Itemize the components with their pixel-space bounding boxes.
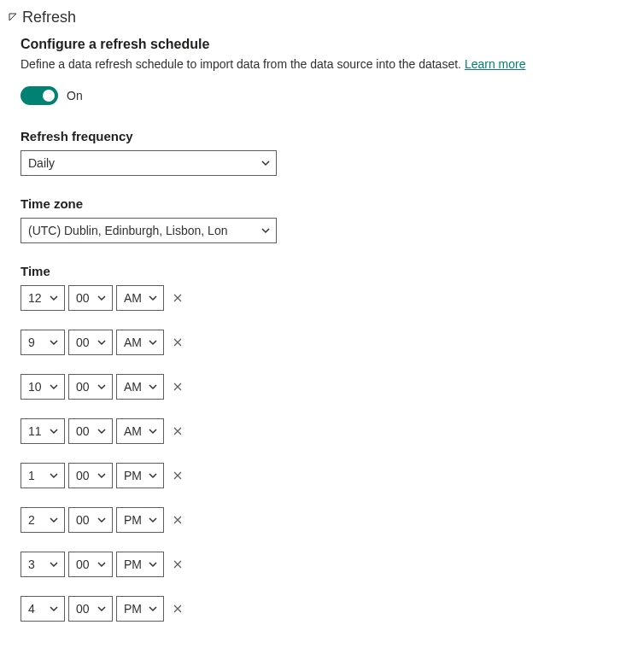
close-icon: [173, 293, 183, 303]
ampm-select[interactable]: PM: [116, 552, 164, 577]
chevron-down-icon: [148, 515, 158, 525]
minute-select[interactable]: 00: [68, 552, 113, 577]
minute-value: 00: [76, 513, 97, 527]
ampm-select[interactable]: AM: [116, 285, 164, 311]
hour-value: 9: [28, 336, 49, 349]
description-text: Define a data refresh schedule to import…: [20, 57, 461, 71]
chevron-down-icon: [49, 515, 59, 525]
refresh-toggle[interactable]: [20, 86, 58, 105]
close-icon: [173, 426, 183, 436]
ampm-value: AM: [124, 336, 148, 349]
hour-select[interactable]: 3: [20, 552, 65, 577]
chevron-down-icon: [148, 604, 158, 614]
minute-select[interactable]: 00: [68, 596, 113, 622]
chevron-down-icon: [49, 337, 59, 347]
collapse-triangle-icon: [9, 13, 19, 23]
minute-select[interactable]: 00: [68, 418, 113, 444]
chevron-down-icon: [49, 604, 59, 614]
remove-time-button[interactable]: [171, 602, 184, 616]
frequency-select[interactable]: Daily: [20, 150, 277, 176]
hour-select[interactable]: 10: [20, 374, 65, 400]
hour-select[interactable]: 2: [20, 507, 65, 533]
remove-time-button[interactable]: [171, 558, 184, 571]
ampm-select[interactable]: AM: [116, 374, 164, 400]
chevron-down-icon: [49, 559, 59, 569]
time-row: 400PM: [20, 596, 635, 622]
hour-select[interactable]: 1: [20, 463, 65, 488]
timezone-value: (UTC) Dublin, Edinburgh, Lisbon, Lon: [28, 224, 261, 237]
ampm-value: PM: [124, 558, 148, 571]
minute-select[interactable]: 00: [68, 374, 113, 400]
ampm-value: AM: [124, 291, 148, 305]
remove-time-button[interactable]: [171, 469, 184, 482]
chevron-down-icon: [49, 470, 59, 481]
close-icon: [173, 604, 183, 614]
ampm-select[interactable]: AM: [116, 418, 164, 444]
timezone-label: Time zone: [20, 196, 635, 211]
close-icon: [173, 559, 183, 569]
toggle-knob: [43, 90, 55, 102]
remove-time-button[interactable]: [171, 424, 184, 438]
chevron-down-icon: [148, 426, 158, 436]
hour-value: 10: [28, 380, 49, 394]
minute-value: 00: [76, 558, 97, 571]
minute-value: 00: [76, 469, 97, 482]
chevron-down-icon: [97, 426, 107, 436]
ampm-value: PM: [124, 602, 148, 616]
chevron-down-icon: [148, 337, 158, 347]
hour-select[interactable]: 12: [20, 285, 65, 311]
chevron-down-icon: [261, 158, 271, 168]
ampm-value: AM: [124, 380, 148, 394]
remove-time-button[interactable]: [171, 291, 184, 305]
learn-more-link[interactable]: Learn more: [465, 57, 526, 71]
chevron-down-icon: [97, 515, 107, 525]
minute-select[interactable]: 00: [68, 285, 113, 311]
time-row: 1100AM: [20, 418, 635, 444]
time-label: Time: [20, 264, 635, 278]
close-icon: [173, 515, 183, 525]
remove-time-button[interactable]: [171, 336, 184, 349]
timezone-select[interactable]: (UTC) Dublin, Edinburgh, Lisbon, Lon: [20, 218, 277, 243]
hour-value: 4: [28, 602, 49, 616]
hour-value: 1: [28, 469, 49, 482]
minute-select[interactable]: 00: [68, 507, 113, 533]
chevron-down-icon: [49, 426, 59, 436]
minute-select[interactable]: 00: [68, 330, 113, 355]
close-icon: [173, 337, 183, 347]
minute-select[interactable]: 00: [68, 463, 113, 488]
chevron-down-icon: [148, 470, 158, 481]
chevron-down-icon: [49, 293, 59, 303]
minute-value: 00: [76, 424, 97, 438]
minute-value: 00: [76, 380, 97, 394]
time-row: 300PM: [20, 552, 635, 577]
section-title: Refresh: [22, 9, 76, 26]
close-icon: [173, 470, 183, 481]
minute-value: 00: [76, 336, 97, 349]
remove-time-button[interactable]: [171, 513, 184, 527]
ampm-select[interactable]: PM: [116, 463, 164, 488]
ampm-value: PM: [124, 513, 148, 527]
minute-value: 00: [76, 291, 97, 305]
chevron-down-icon: [97, 604, 107, 614]
toggle-label: On: [67, 89, 83, 102]
minute-value: 00: [76, 602, 97, 616]
section-header[interactable]: Refresh: [9, 9, 635, 26]
hour-value: 2: [28, 513, 49, 527]
hour-select[interactable]: 9: [20, 330, 65, 355]
time-row: 100PM: [20, 463, 635, 488]
ampm-select[interactable]: AM: [116, 330, 164, 355]
ampm-select[interactable]: PM: [116, 507, 164, 533]
chevron-down-icon: [97, 293, 107, 303]
chevron-down-icon: [97, 559, 107, 569]
chevron-down-icon: [148, 382, 158, 392]
hour-select[interactable]: 11: [20, 418, 65, 444]
hour-value: 3: [28, 558, 49, 571]
chevron-down-icon: [148, 293, 158, 303]
frequency-value: Daily: [28, 156, 261, 170]
section-description: Define a data refresh schedule to import…: [20, 57, 635, 71]
ampm-select[interactable]: PM: [116, 596, 164, 622]
chevron-down-icon: [261, 225, 271, 236]
hour-select[interactable]: 4: [20, 596, 65, 622]
hour-value: 11: [28, 424, 49, 438]
remove-time-button[interactable]: [171, 380, 184, 394]
